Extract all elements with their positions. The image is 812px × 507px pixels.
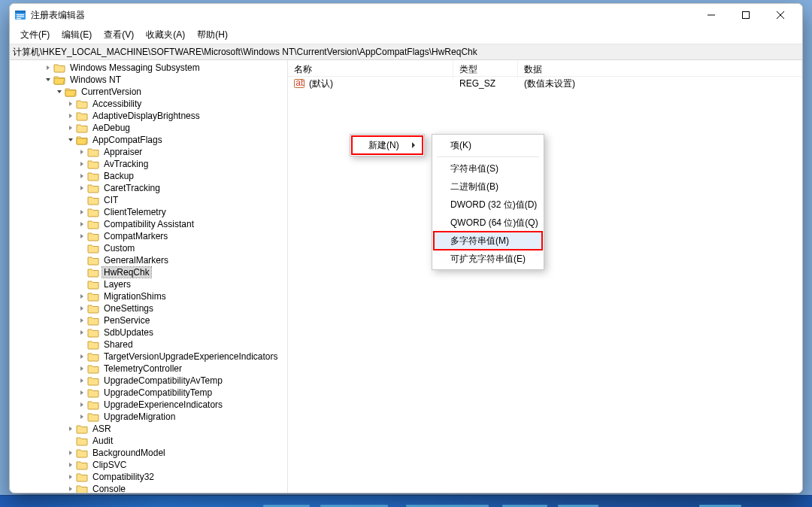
ctx-new-dword[interactable]: DWORD (32 位)值(D) <box>434 196 542 214</box>
expand-toggle[interactable] <box>77 292 86 301</box>
maximize-button[interactable] <box>729 4 763 26</box>
expand-toggle[interactable] <box>66 460 75 469</box>
value-list[interactable]: 名称 类型 数据 ab (默认) REG_SZ (数值未设置) <box>288 60 802 493</box>
menu-help[interactable]: 帮助(H) <box>191 27 234 43</box>
tree-item[interactable]: Shared <box>10 339 287 351</box>
value-row-default[interactable]: ab (默认) REG_SZ (数值未设置) <box>288 77 802 90</box>
expand-toggle[interactable] <box>77 159 86 168</box>
expand-toggle[interactable] <box>55 87 64 96</box>
window-title: 注册表编辑器 <box>31 9 85 22</box>
tree-item[interactable]: CIT <box>10 194 287 206</box>
tree-label: Shared <box>102 339 135 350</box>
expand-toggle[interactable] <box>77 232 86 241</box>
expand-toggle[interactable] <box>77 172 86 181</box>
tree-item[interactable]: UpgradeExperienceIndicators <box>10 399 287 411</box>
expand-toggle[interactable] <box>66 111 75 120</box>
menu-favorites[interactable]: 收藏夹(A) <box>140 27 191 43</box>
close-button[interactable] <box>763 4 798 26</box>
expand-toggle[interactable] <box>66 484 75 493</box>
tree-item[interactable]: MigrationShims <box>10 290 287 302</box>
expand-toggle[interactable] <box>77 376 86 385</box>
minimize-button[interactable] <box>694 4 729 26</box>
tree-label: Audit <box>91 436 114 446</box>
tree-item[interactable]: Layers <box>10 278 287 290</box>
tree-item[interactable]: Compatibility Assistant <box>10 218 287 230</box>
tree-item-appcompatflags[interactable]: AppCompatFlags <box>10 134 287 146</box>
menu-file[interactable]: 文件(F) <box>14 27 56 43</box>
tree-item[interactable]: Console <box>10 483 287 493</box>
tree-label: Windows NT <box>68 74 123 85</box>
expand-toggle[interactable] <box>77 352 86 361</box>
tree-item[interactable]: BackgroundModel <box>10 447 287 459</box>
tree-item[interactable]: AdaptiveDisplayBrightness <box>10 110 287 122</box>
registry-editor-window: 注册表编辑器 文件(F) 编辑(E) 查看(V) 收藏夹(A) 帮助(H) 计算… <box>9 3 803 493</box>
tree-item[interactable]: Appraiser <box>10 146 287 158</box>
menu-edit[interactable]: 编辑(E) <box>56 27 98 43</box>
tree-label: BackgroundModel <box>91 448 167 458</box>
expand-toggle[interactable] <box>77 208 86 217</box>
col-data[interactable]: 数据 <box>518 60 802 79</box>
tree-item[interactable]: GeneralMarkers <box>10 254 287 266</box>
key-tree[interactable]: Windows Messaging SubsystemWindows NTCur… <box>10 60 288 493</box>
tree-item[interactable]: PenService <box>10 314 287 326</box>
tree-item[interactable]: Audit <box>10 435 287 447</box>
tree-item[interactable]: ClipSVC <box>10 459 287 471</box>
ctx-new-multi-string[interactable]: 多字符串值(M) <box>434 232 542 250</box>
expand-toggle[interactable] <box>77 388 86 397</box>
col-type[interactable]: 类型 <box>453 60 518 79</box>
tree-label: UpgradeExperienceIndicators <box>102 399 224 410</box>
tree-item[interactable]: Accessibility <box>10 98 287 110</box>
tree-label: MigrationShims <box>102 291 168 302</box>
expand-toggle[interactable] <box>66 424 75 433</box>
tree-item[interactable]: TelemetryController <box>10 363 287 375</box>
expand-toggle[interactable] <box>66 99 75 108</box>
tree-item[interactable]: AvTracking <box>10 158 287 170</box>
tree-item[interactable]: OneSettings <box>10 302 287 314</box>
tree-item[interactable]: SdbUpdates <box>10 326 287 339</box>
expand-toggle[interactable] <box>77 184 86 193</box>
tree-item-windows-nt[interactable]: Windows NT <box>10 74 287 86</box>
expand-toggle[interactable] <box>44 75 53 84</box>
ctx-new-key[interactable]: 项(K) <box>434 136 542 154</box>
tree-item-hwreqchk[interactable]: HwReqChk <box>10 266 287 278</box>
tree-item[interactable]: Custom <box>10 242 287 254</box>
ctx-new[interactable]: 新建(N) <box>352 136 423 154</box>
tree-item-wms[interactable]: Windows Messaging Subsystem <box>10 62 287 74</box>
expand-toggle[interactable] <box>66 448 75 457</box>
expand-toggle[interactable] <box>77 147 86 156</box>
tree-item[interactable]: Backup <box>10 170 287 182</box>
tree-item[interactable]: UpgradeCompatibilityTemp <box>10 387 287 399</box>
tree-item[interactable]: ClientTelemetry <box>10 206 287 218</box>
expand-toggle[interactable] <box>66 472 75 481</box>
expand-toggle[interactable] <box>77 304 86 313</box>
tree-item[interactable]: AeDebug <box>10 122 287 134</box>
svg-rect-3 <box>17 17 24 17</box>
tree-label: SdbUpdates <box>102 327 155 338</box>
ctx-new-string[interactable]: 字符串值(S) <box>434 159 542 178</box>
expand-toggle[interactable] <box>66 123 75 132</box>
tree-item[interactable]: TargetVersionUpgradeExperienceIndicators <box>10 351 287 363</box>
col-name[interactable]: 名称 <box>288 60 453 79</box>
ctx-new-binary[interactable]: 二进制值(B) <box>434 178 542 196</box>
address-bar[interactable]: 计算机\HKEY_LOCAL_MACHINE\SOFTWARE\Microsof… <box>10 44 802 60</box>
ctx-new-qword[interactable]: QWORD (64 位)值(Q) <box>434 214 542 232</box>
menu-view[interactable]: 查看(V) <box>98 27 140 43</box>
expand-toggle[interactable] <box>66 135 75 144</box>
expand-toggle[interactable] <box>77 316 86 325</box>
context-submenu-new[interactable]: 项(K) 字符串值(S) 二进制值(B) DWORD (32 位)值(D) QW… <box>432 134 544 270</box>
expand-toggle[interactable] <box>77 220 86 229</box>
ctx-new-expand-string[interactable]: 可扩充字符串值(E) <box>434 250 542 268</box>
tree-item[interactable]: CompatMarkers <box>10 230 287 242</box>
expand-toggle[interactable] <box>77 412 86 421</box>
tree-item[interactable]: UpgradeCompatibilityAvTemp <box>10 375 287 387</box>
tree-item[interactable]: CaretTracking <box>10 182 287 194</box>
context-menu[interactable]: 新建(N) <box>350 134 425 156</box>
tree-item[interactable]: ASR <box>10 423 287 435</box>
expand-toggle[interactable] <box>44 63 53 72</box>
expand-toggle[interactable] <box>77 364 86 373</box>
expand-toggle[interactable] <box>77 328 86 337</box>
tree-item[interactable]: UpgradeMigration <box>10 411 287 423</box>
expand-toggle[interactable] <box>77 400 86 409</box>
tree-item-currentversion[interactable]: CurrentVersion <box>10 86 287 98</box>
tree-item[interactable]: Compatibility32 <box>10 471 287 483</box>
